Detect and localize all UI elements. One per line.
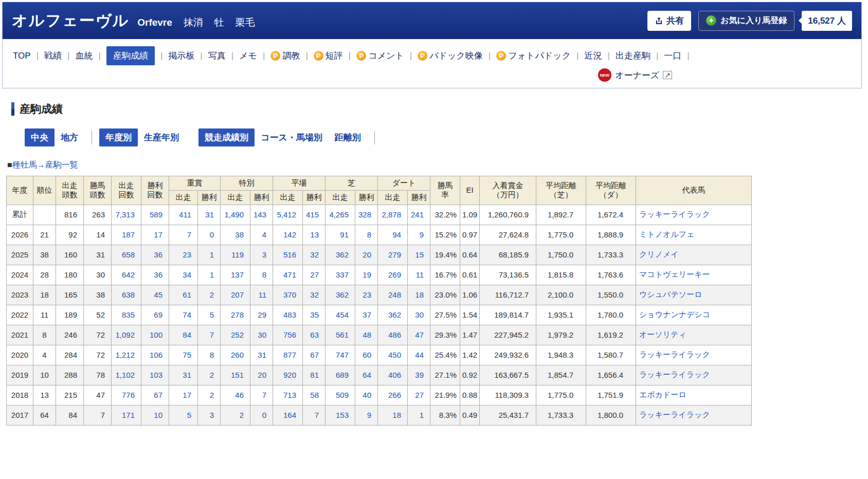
stat-link[interactable]: 278 (231, 310, 244, 319)
stat-link[interactable]: 9 (420, 230, 424, 239)
stat-link[interactable]: 450 (388, 351, 401, 359)
tab-board[interactable]: 掲示板 (168, 50, 194, 62)
stat-link[interactable]: 37 (363, 310, 371, 319)
stat-link[interactable]: 23 (363, 290, 371, 299)
stat-link[interactable]: 638 (122, 290, 135, 299)
representative-horse-link[interactable]: オーソリティ (639, 330, 686, 339)
stat-link[interactable]: 27 (310, 270, 319, 279)
stat-link[interactable]: 756 (283, 330, 296, 339)
stat-link[interactable]: 516 (283, 250, 296, 259)
stat-link[interactable]: 151 (231, 371, 244, 379)
stat-link[interactable]: 91 (340, 230, 349, 239)
stat-link[interactable]: 411 (179, 210, 191, 219)
stat-link[interactable]: 4 (262, 230, 266, 239)
stat-link[interactable]: 171 (122, 411, 135, 419)
representative-horse-link[interactable]: ラッキーライラック (639, 210, 710, 218)
stat-link[interactable]: 29 (258, 310, 266, 319)
stat-link[interactable]: 920 (283, 371, 296, 379)
stat-link[interactable]: 11 (415, 270, 424, 279)
stat-link[interactable]: 2 (240, 411, 244, 419)
stat-link[interactable]: 153 (336, 411, 349, 419)
stat-link[interactable]: 34 (183, 270, 191, 279)
stat-link[interactable]: 11 (258, 290, 266, 299)
tab-results[interactable]: 戦績 (44, 50, 62, 62)
stat-link[interactable]: 509 (336, 391, 349, 399)
stat-link[interactable]: 67 (154, 391, 162, 399)
tab-comment[interactable]: Pコメント (356, 50, 404, 62)
stat-link[interactable]: 362 (336, 250, 349, 259)
tab-recent[interactable]: 近況 (584, 50, 602, 62)
stat-link[interactable]: 187 (122, 230, 135, 239)
stat-link[interactable]: 3 (262, 250, 266, 259)
stat-link[interactable]: 119 (231, 250, 244, 259)
representative-horse-link[interactable]: エポカドーロ (639, 390, 686, 399)
stat-link[interactable]: 1,102 (115, 371, 135, 379)
tab-owners[interactable]: オーナーズ (615, 69, 659, 81)
stat-link[interactable]: 8 (262, 270, 266, 279)
stat-link[interactable]: 241 (411, 210, 424, 219)
stat-link[interactable]: 2 (210, 371, 214, 379)
stat-link[interactable]: 252 (231, 330, 244, 339)
tab-progeny-results[interactable]: 産駒成績 (106, 46, 155, 65)
stat-link[interactable]: 67 (310, 351, 319, 359)
tab-memo[interactable]: メモ (239, 50, 257, 62)
stat-link[interactable]: 5 (210, 310, 214, 319)
stat-link[interactable]: 84 (183, 330, 191, 339)
stat-link[interactable]: 486 (388, 330, 401, 339)
representative-horse-link[interactable]: ミトノオルフェ (639, 230, 694, 238)
stat-link[interactable]: 0 (262, 411, 266, 419)
stat-link[interactable]: 3 (210, 411, 214, 419)
stat-link[interactable]: 31 (258, 351, 266, 359)
stat-link[interactable]: 713 (283, 391, 296, 399)
stat-link[interactable]: 74 (183, 310, 191, 319)
stat-link[interactable]: 46 (235, 391, 244, 399)
sire-progeny-list-link[interactable]: 種牡馬→産駒一覧 (12, 160, 78, 169)
stat-link[interactable]: 5,412 (277, 210, 296, 219)
stat-link[interactable]: 32 (310, 250, 319, 259)
stat-link[interactable]: 103 (150, 371, 162, 379)
stat-link[interactable]: 7 (315, 411, 319, 419)
stat-link[interactable]: 23 (183, 250, 191, 259)
tab-training[interactable]: P調教 (270, 50, 300, 62)
stat-link[interactable]: 589 (150, 210, 162, 219)
stat-link[interactable]: 279 (388, 250, 401, 259)
stat-link[interactable]: 362 (336, 290, 349, 299)
stat-link[interactable]: 415 (306, 210, 319, 219)
share-button[interactable]: 共有 (647, 11, 691, 31)
stat-link[interactable]: 40 (363, 391, 371, 399)
tab-photos[interactable]: 写真 (208, 50, 226, 62)
stat-link[interactable]: 58 (310, 391, 319, 399)
tab-photo-paddock[interactable]: Pフォトパドック (496, 50, 571, 62)
stat-link[interactable]: 15 (415, 250, 424, 259)
stat-link[interactable]: 137 (231, 270, 244, 279)
stat-link[interactable]: 561 (336, 330, 349, 339)
filter-by-distance[interactable]: 距離別 (329, 128, 367, 146)
stat-link[interactable]: 1 (210, 270, 214, 279)
filter-central[interactable]: 中央 (25, 128, 55, 146)
stat-link[interactable]: 94 (392, 230, 401, 239)
stat-link[interactable]: 0 (210, 230, 214, 239)
stat-link[interactable]: 75 (183, 351, 191, 359)
favorite-button[interactable]: + お気に入り馬登録 (698, 11, 794, 31)
stat-link[interactable]: 17 (154, 230, 162, 239)
stat-link[interactable]: 64 (363, 371, 371, 379)
stat-link[interactable]: 776 (122, 391, 135, 399)
stat-link[interactable]: 100 (150, 330, 162, 339)
stat-link[interactable]: 18 (392, 411, 401, 419)
representative-horse-link[interactable]: ショウナンナデシコ (639, 310, 710, 319)
stat-link[interactable]: 471 (283, 270, 296, 279)
stat-link[interactable]: 20 (258, 371, 266, 379)
stat-link[interactable]: 60 (363, 351, 371, 359)
stat-link[interactable]: 2,878 (382, 210, 401, 219)
stat-link[interactable]: 5 (187, 411, 191, 419)
stat-link[interactable]: 7,313 (115, 210, 135, 219)
stat-link[interactable]: 10 (154, 411, 162, 419)
stat-link[interactable]: 7 (210, 330, 214, 339)
tab-top[interactable]: TOP (13, 51, 31, 61)
stat-link[interactable]: 835 (122, 310, 135, 319)
stat-link[interactable]: 8 (367, 230, 371, 239)
stat-link[interactable]: 31 (183, 371, 191, 379)
stat-link[interactable]: 164 (283, 411, 296, 419)
stat-link[interactable]: 106 (150, 351, 162, 359)
stat-link[interactable]: 642 (122, 270, 135, 279)
